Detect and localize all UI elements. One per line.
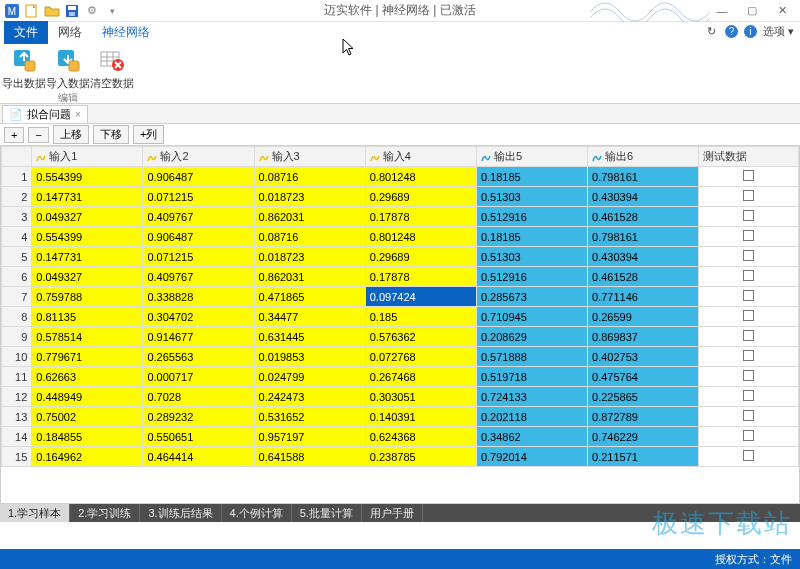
grid-cell[interactable]: 0.402753	[588, 347, 699, 367]
grid-cell[interactable]: 0.759788	[32, 287, 143, 307]
grid-cell[interactable]: 0.550651	[143, 427, 254, 447]
checkbox-icon[interactable]	[743, 230, 754, 241]
test-checkbox-cell[interactable]	[699, 207, 799, 227]
grid-cell[interactable]: 0.024799	[254, 367, 365, 387]
grid-cell[interactable]: 0.019853	[254, 347, 365, 367]
grid-cell[interactable]: 0.531652	[254, 407, 365, 427]
row-header[interactable]: 4	[2, 227, 32, 247]
row-header[interactable]: 10	[2, 347, 32, 367]
grid-cell[interactable]: 0.554399	[32, 227, 143, 247]
row-header[interactable]: 15	[2, 447, 32, 467]
checkbox-icon[interactable]	[743, 290, 754, 301]
col-header[interactable]: 输出6	[588, 147, 699, 167]
grid-cell[interactable]: 0.862031	[254, 207, 365, 227]
grid-cell[interactable]: 0.000717	[143, 367, 254, 387]
test-checkbox-cell[interactable]	[699, 447, 799, 467]
grid-cell[interactable]: 0.29689	[365, 247, 476, 267]
checkbox-icon[interactable]	[743, 210, 754, 221]
test-checkbox-cell[interactable]	[699, 227, 799, 247]
grid-cell[interactable]: 0.576362	[365, 327, 476, 347]
grid-cell[interactable]: 0.238785	[365, 447, 476, 467]
bottom-tab[interactable]: 5.批量计算	[292, 504, 362, 522]
save-icon[interactable]	[64, 3, 80, 19]
bottom-tab[interactable]: 4.个例计算	[222, 504, 292, 522]
grid-cell[interactable]: 0.464414	[143, 447, 254, 467]
grid-cell[interactable]: 0.62663	[32, 367, 143, 387]
remove-row-button[interactable]: −	[28, 127, 48, 143]
doc-tab-fitproblem[interactable]: 📄 拟合问题 ×	[2, 105, 88, 123]
grid-cell[interactable]: 0.746229	[588, 427, 699, 447]
grid-cell[interactable]: 0.26599	[588, 307, 699, 327]
col-header[interactable]: 输入4	[365, 147, 476, 167]
grid-cell[interactable]: 0.519718	[476, 367, 587, 387]
add-column-button[interactable]: +列	[133, 125, 164, 144]
open-icon[interactable]	[44, 3, 60, 19]
movedown-button[interactable]: 下移	[93, 125, 129, 144]
test-checkbox-cell[interactable]	[699, 187, 799, 207]
grid-cell[interactable]: 0.018723	[254, 247, 365, 267]
checkbox-icon[interactable]	[743, 250, 754, 261]
row-header[interactable]: 14	[2, 427, 32, 447]
checkbox-icon[interactable]	[743, 370, 754, 381]
bottom-tab[interactable]: 2.学习训练	[70, 504, 140, 522]
test-checkbox-cell[interactable]	[699, 287, 799, 307]
grid-cell[interactable]: 0.448949	[32, 387, 143, 407]
row-header[interactable]: 5	[2, 247, 32, 267]
grid-cell[interactable]: 0.184855	[32, 427, 143, 447]
add-row-button[interactable]: +	[4, 127, 24, 143]
grid-cell[interactable]: 0.267468	[365, 367, 476, 387]
test-checkbox-cell[interactable]	[699, 327, 799, 347]
checkbox-icon[interactable]	[743, 410, 754, 421]
test-checkbox-cell[interactable]	[699, 167, 799, 187]
bottom-tab[interactable]: 用户手册	[362, 504, 423, 522]
grid-cell[interactable]: 0.289232	[143, 407, 254, 427]
grid-cell[interactable]: 0.771146	[588, 287, 699, 307]
grid-cell[interactable]: 0.906487	[143, 167, 254, 187]
refresh-icon[interactable]: ↻	[704, 24, 719, 39]
test-checkbox-cell[interactable]	[699, 347, 799, 367]
import-data-button[interactable]: 导入数据	[50, 46, 86, 91]
checkbox-icon[interactable]	[743, 170, 754, 181]
grid-cell[interactable]: 0.071215	[143, 247, 254, 267]
grid-cell[interactable]: 0.304702	[143, 307, 254, 327]
col-header[interactable]: 输入3	[254, 147, 365, 167]
grid-cell[interactable]: 0.801248	[365, 227, 476, 247]
checkbox-icon[interactable]	[743, 270, 754, 281]
info-icon[interactable]: i	[744, 25, 757, 38]
grid-cell[interactable]: 0.430394	[588, 247, 699, 267]
grid-cell[interactable]: 0.512916	[476, 267, 587, 287]
grid-cell[interactable]: 0.461528	[588, 267, 699, 287]
col-header[interactable]: 输入2	[143, 147, 254, 167]
grid-cell[interactable]: 0.338828	[143, 287, 254, 307]
moveup-button[interactable]: 上移	[53, 125, 89, 144]
grid-cell[interactable]: 0.29689	[365, 187, 476, 207]
grid-cell[interactable]: 0.430394	[588, 187, 699, 207]
grid-cell[interactable]: 0.08716	[254, 167, 365, 187]
options-menu[interactable]: 选项 ▾	[763, 24, 794, 39]
grid-cell[interactable]: 0.242473	[254, 387, 365, 407]
grid-cell[interactable]: 0.779671	[32, 347, 143, 367]
checkbox-icon[interactable]	[743, 390, 754, 401]
grid-cell[interactable]: 0.072768	[365, 347, 476, 367]
close-button[interactable]: ✕	[768, 2, 796, 20]
grid-cell[interactable]: 0.475764	[588, 367, 699, 387]
col-header[interactable]: 测试数据	[699, 147, 799, 167]
maximize-button[interactable]: ▢	[738, 2, 766, 20]
grid-cell[interactable]: 0.049327	[32, 267, 143, 287]
grid-cell[interactable]: 0.097424	[365, 287, 476, 307]
help-icon[interactable]: ?	[725, 25, 738, 38]
grid-cell[interactable]: 0.185	[365, 307, 476, 327]
data-grid[interactable]: 输入1输入2输入3输入4输出5输出6测试数据10.5543990.9064870…	[0, 146, 800, 504]
row-header[interactable]: 13	[2, 407, 32, 427]
clear-data-button[interactable]: 清空数据	[94, 46, 130, 91]
grid-cell[interactable]: 0.798161	[588, 227, 699, 247]
checkbox-icon[interactable]	[743, 350, 754, 361]
grid-cell[interactable]: 0.957197	[254, 427, 365, 447]
qat-more-icon[interactable]: ▾	[104, 3, 120, 19]
row-header[interactable]: 11	[2, 367, 32, 387]
test-checkbox-cell[interactable]	[699, 407, 799, 427]
grid-cell[interactable]: 0.471865	[254, 287, 365, 307]
checkbox-icon[interactable]	[743, 430, 754, 441]
grid-cell[interactable]: 0.08716	[254, 227, 365, 247]
grid-cell[interactable]: 0.17878	[365, 207, 476, 227]
